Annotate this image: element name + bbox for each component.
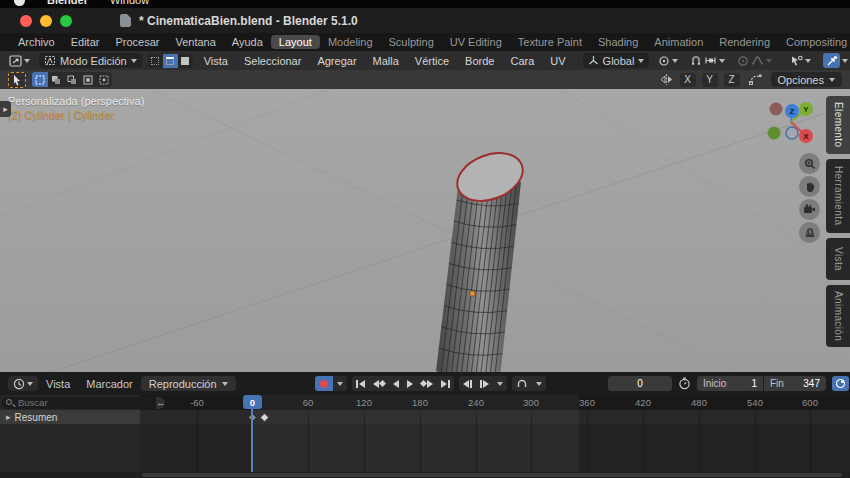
magnifier-icon [804,158,816,170]
menu-archivo[interactable]: Archivo [10,36,63,48]
workspace-tab-modeling[interactable]: Modeling [320,35,381,49]
stopwatch-icon[interactable] [678,377,691,390]
toolbar-expand-arrow[interactable]: ▸ [0,101,11,117]
pivot-point-dropdown[interactable] [655,53,681,68]
playhead-badge[interactable]: 0 [243,395,262,409]
channel-search-input[interactable] [2,397,154,409]
play-reverse-button[interactable] [389,376,403,391]
keying-dropdown[interactable] [333,376,347,391]
auto-keyframe-button[interactable] [315,376,333,391]
ruler-tick: 60 [303,397,314,408]
snap-individual-icon[interactable] [748,73,763,86]
chevron-down-icon [497,382,503,386]
jump-to-start-button[interactable] [352,376,369,391]
3d-viewport[interactable]: Personalizada (perspectiva) (2) Cylinder… [0,89,850,372]
prev-frame-button[interactable] [459,376,476,391]
gizmo-y-label: Y [803,105,809,114]
toggle-perspective-button[interactable] [799,222,820,243]
proportional-editing-group[interactable] [734,53,775,68]
menu-ayuda[interactable]: Ayuda [224,36,271,48]
menu-uv[interactable]: UV [545,55,570,67]
sidebar-tab-herramienta[interactable]: Herramienta [826,159,850,233]
select-mode-set-button[interactable] [32,72,48,87]
playhead-line[interactable] [251,407,253,472]
timeline-menu-marcador[interactable]: Marcador [78,378,140,390]
workspace-tab-shading[interactable]: Shading [590,35,646,49]
preview-range-button[interactable] [512,376,532,391]
minimize-window-button[interactable] [40,15,52,27]
options-dropdown[interactable]: Opciones [771,72,842,87]
end-label: Fin [770,378,784,389]
next-keyframe-button[interactable] [417,376,437,391]
menu-cara[interactable]: Cara [505,55,539,67]
menu-vista[interactable]: Vista [199,55,233,67]
gizmo-neg-y-handle[interactable] [768,127,781,140]
play-button[interactable] [403,376,417,391]
transform-orientation-dropdown[interactable]: Global [583,53,650,68]
face-select-button[interactable] [178,54,193,68]
playback-dropdown[interactable]: Reproducción [141,376,236,391]
menu-borde[interactable]: Borde [460,55,499,67]
frame-end-field[interactable]: Fin 347 [764,376,826,391]
expand-arrow-icon[interactable]: ▸ [6,412,11,422]
select-mode-subtract-button[interactable] [64,72,80,87]
filter-range-button[interactable]: ↔ [156,397,165,409]
menu-agregar[interactable]: Agregar [312,55,361,67]
menu-ventana[interactable]: Ventana [167,36,223,48]
vertex-select-button[interactable] [148,54,163,68]
sidebar-tab-vista[interactable]: Vista [826,238,850,280]
active-tool-tweak-button[interactable] [8,72,26,88]
show-gizmos-toggle[interactable] [823,53,840,68]
menu-vertice[interactable]: Vértice [410,55,454,67]
jump-to-end-button[interactable] [437,376,454,391]
sidebar-tab-animacion[interactable]: Animación [826,285,850,347]
navigation-gizmo[interactable]: Z Y X [762,92,824,154]
mirror-y-button[interactable]: Y [702,73,718,87]
zoom-window-button[interactable] [60,15,72,27]
frame-start-field[interactable]: Inicio 1 [697,376,763,391]
select-mode-intersect-button[interactable] [96,72,112,87]
prev-keyframe-button[interactable] [369,376,389,391]
menu-procesar[interactable]: Procesar [107,36,167,48]
mode-selector[interactable]: Modo Edición [39,53,142,68]
edge-select-button[interactable] [163,54,178,68]
workspace-tab-layout[interactable]: Layout [271,35,320,49]
timeline-gizmo-toggle[interactable] [832,376,849,391]
frame-jump-dropdown[interactable] [493,376,507,391]
zoom-view-button[interactable] [799,153,820,174]
cylinder-object[interactable] [400,125,580,372]
sidebar-tab-elemento[interactable]: Elemento [826,96,850,154]
gizmo-neg-x-handle[interactable] [770,103,783,116]
scrollbar-thumb[interactable] [142,473,842,477]
workspace-tab-compositing[interactable]: Compositing [778,35,850,49]
select-mode-extend-button[interactable] [48,72,64,87]
workspace-tab-sculpting[interactable]: Sculpting [381,35,442,49]
timeline-editor-type-button[interactable] [8,376,38,391]
menu-editar[interactable]: Editar [63,36,108,48]
timeline-hscrollbar[interactable] [0,472,850,478]
preview-range-dropdown[interactable] [532,376,546,391]
gizmo-neg-z-handle[interactable] [786,127,798,139]
snapping-group[interactable] [687,53,728,68]
timeline-menu-vista[interactable]: Vista [38,378,78,390]
workspace-tab-uv-editing[interactable]: UV Editing [442,35,510,49]
camera-view-button[interactable] [799,199,820,220]
workspace-tab-texture-paint[interactable]: Texture Paint [510,35,590,49]
summary-channel-row[interactable]: ▸ Resumen [0,410,140,424]
editor-type-button[interactable] [6,53,33,68]
mirror-z-button[interactable]: Z [724,73,740,87]
current-frame-field[interactable]: 0 [608,376,672,391]
pan-view-button[interactable] [799,176,820,197]
workspace-tab-animation[interactable]: Animation [646,35,711,49]
workspace-tab-rendering[interactable]: Rendering [711,35,778,49]
macos-window-menu[interactable]: Window [110,0,149,6]
object-visibility-dropdown[interactable] [787,53,814,68]
macos-app-menu[interactable]: Blender [47,0,88,6]
select-mode-invert-button[interactable] [80,72,96,87]
ruler-tick: -60 [190,397,204,408]
menu-seleccionar[interactable]: Seleccionar [239,55,306,67]
next-frame-button[interactable] [476,376,493,391]
menu-malla[interactable]: Malla [368,55,404,67]
mirror-x-button[interactable]: X [680,73,696,87]
close-window-button[interactable] [20,15,32,27]
